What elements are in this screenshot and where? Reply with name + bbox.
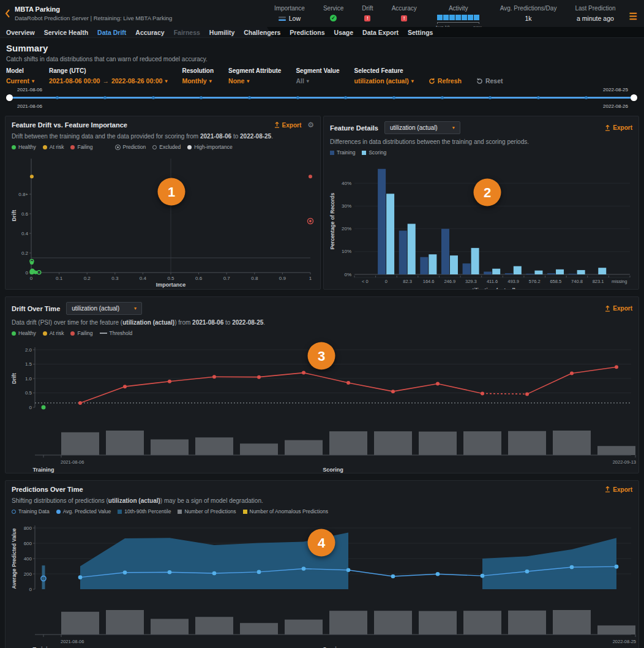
export-button[interactable]: Export bbox=[274, 122, 302, 129]
filter-value[interactable]: All▾ bbox=[296, 77, 339, 85]
filter-value[interactable]: 2021-08-06 00:00→2022-08-26 00:00▾ bbox=[49, 77, 167, 85]
export-button[interactable]: Export bbox=[605, 305, 632, 312]
page-description: Catch shifts in data distributions that … bbox=[6, 56, 638, 62]
stat-label: Last Prediction bbox=[575, 5, 615, 12]
percentile-band bbox=[482, 538, 616, 589]
scatter-point-healthy bbox=[30, 261, 34, 265]
legend-dot-swatch bbox=[12, 331, 16, 336]
filter-value[interactable]: None▾ bbox=[228, 77, 281, 85]
svg-text:576.2: 576.2 bbox=[529, 279, 541, 284]
svg-text:Drift: Drift bbox=[11, 373, 17, 384]
legend-dash-swatch bbox=[100, 333, 107, 334]
panel-legend: TrainingScoring bbox=[324, 145, 638, 157]
slider-tick-dot bbox=[248, 96, 251, 99]
filter-value[interactable]: utilization (actual)▾ bbox=[354, 77, 414, 85]
panel-description: Shifting distributions of predictions (u… bbox=[6, 493, 638, 504]
legend-dot-swatch bbox=[43, 331, 47, 336]
back-chevron-icon[interactable] bbox=[5, 9, 10, 18]
histogram-bar-scoring bbox=[514, 266, 522, 274]
slider-tick-dot bbox=[296, 96, 299, 99]
filter-label: Resolution bbox=[182, 67, 214, 74]
avg-predicted-point bbox=[615, 565, 619, 569]
tab-humility[interactable]: Humility bbox=[209, 29, 234, 36]
feature-select-dropdown[interactable]: utilization (actual) ▾ bbox=[66, 302, 142, 315]
reset-icon bbox=[476, 78, 483, 85]
slider-tick-dot bbox=[392, 96, 395, 99]
settings-gear-icon[interactable]: ⚙ bbox=[307, 121, 314, 129]
slider-handle-end[interactable] bbox=[631, 94, 637, 101]
svg-text:0.6: 0.6 bbox=[195, 276, 203, 281]
export-icon bbox=[605, 306, 610, 312]
histogram-bar-training bbox=[505, 273, 513, 274]
svg-text:0.2: 0.2 bbox=[21, 251, 29, 256]
svg-text:1: 1 bbox=[309, 276, 312, 281]
slider-tick-dot bbox=[537, 96, 540, 99]
export-button[interactable]: Export bbox=[605, 486, 632, 493]
stat-last-prediction: Last Predictiona minute ago bbox=[575, 5, 615, 22]
tab-data-drift[interactable]: Data Drift bbox=[97, 29, 126, 36]
prediction-volume-bar bbox=[240, 443, 278, 455]
annotation-marker-4: 4 bbox=[308, 529, 335, 557]
tab-settings[interactable]: Settings bbox=[408, 29, 433, 36]
legend-item-10th-90th-percentile: 10th-90th Percentile bbox=[118, 508, 171, 514]
range-select[interactable]: Range (UTC)2021-08-06 00:00→2022-08-26 0… bbox=[49, 67, 167, 85]
reset-button[interactable]: Reset bbox=[476, 77, 503, 85]
scatter-plot: 00.10.20.30.40.50.60.70.80.9100.20.40.60… bbox=[9, 153, 316, 290]
drift-data-point bbox=[346, 381, 350, 385]
prediction-volume-bar bbox=[508, 611, 546, 635]
resolution-select[interactable]: ResolutionMonthly▾ bbox=[182, 67, 214, 85]
tab-service-health[interactable]: Service Health bbox=[44, 29, 88, 36]
activity-square bbox=[443, 15, 449, 20]
grouped-bar-histogram: 0%10%20%30%40%< 0082.3164.6246.9329.3411… bbox=[328, 158, 635, 290]
activity-square bbox=[437, 15, 443, 20]
tab-fairness[interactable]: Fairness bbox=[174, 29, 200, 36]
svg-text:200: 200 bbox=[24, 571, 32, 577]
svg-text:30%: 30% bbox=[342, 203, 351, 209]
filter-value[interactable]: Monthly▾ bbox=[182, 77, 214, 85]
histogram-bar-training bbox=[378, 169, 386, 274]
prediction-volume-bar bbox=[151, 439, 189, 455]
filter-label: Range (UTC) bbox=[49, 67, 167, 74]
tab-accuracy[interactable]: Accuracy bbox=[135, 29, 164, 36]
stat-value: Low bbox=[279, 15, 301, 22]
svg-text:Average Predicted Value: Average Predicted Value bbox=[11, 528, 17, 589]
avg-predicted-point bbox=[346, 568, 351, 572]
filter-value[interactable]: Current▾ bbox=[6, 77, 34, 85]
segment-value-select[interactable]: Segment ValueAll▾ bbox=[296, 67, 339, 85]
selected-feature-select[interactable]: Selected Featureutilization (actual)▾ bbox=[354, 67, 414, 85]
legend-item-training: Training bbox=[330, 149, 355, 156]
segment-attribute-select[interactable]: Segment AttributeNone▾ bbox=[228, 67, 281, 85]
prediction-volume-bar bbox=[195, 617, 233, 635]
tab-overview[interactable]: Overview bbox=[6, 29, 35, 36]
histogram-bar-scoring bbox=[577, 270, 585, 274]
activity-square bbox=[462, 15, 467, 20]
prediction-volume-bar bbox=[374, 431, 412, 455]
svg-text:0.1: 0.1 bbox=[56, 276, 63, 281]
tab-predictions[interactable]: Predictions bbox=[290, 29, 324, 36]
service-ok-icon: ✓ bbox=[330, 15, 337, 21]
export-button[interactable]: Export bbox=[605, 124, 632, 131]
filter-label: Segment Value bbox=[296, 67, 339, 74]
tab-data-export[interactable]: Data Export bbox=[362, 29, 399, 36]
panel-description: Differences in data distributions betwee… bbox=[324, 134, 638, 145]
stat-label: Drift bbox=[362, 5, 373, 12]
histogram-bar-scoring bbox=[429, 254, 436, 274]
prediction-volume-bar bbox=[419, 432, 457, 455]
tab-usage[interactable]: Usage bbox=[334, 29, 354, 36]
training-drift-point bbox=[42, 405, 46, 410]
svg-text:823.1: 823.1 bbox=[593, 279, 604, 284]
refresh-button[interactable]: Refresh bbox=[429, 77, 462, 85]
tab-challengers[interactable]: Challengers bbox=[244, 29, 280, 36]
stat-value: a minute ago bbox=[577, 15, 614, 22]
actions-menu-icon[interactable]: ☰ bbox=[629, 3, 638, 21]
annotation-marker-3: 3 bbox=[308, 342, 335, 370]
legend-ring-swatch bbox=[152, 145, 157, 149]
slider-handle-start[interactable] bbox=[6, 94, 13, 101]
legend-item-threshold: Threshold bbox=[100, 330, 133, 336]
prediction-volume-bar bbox=[597, 625, 635, 635]
model-select[interactable]: ModelCurrent▾ bbox=[6, 67, 34, 85]
avg-predicted-point bbox=[257, 570, 261, 575]
histogram-bar-scoring bbox=[598, 268, 606, 274]
feature-select-dropdown[interactable]: utilization (actual) ▾ bbox=[384, 121, 460, 134]
svg-text:0.2: 0.2 bbox=[84, 276, 91, 281]
